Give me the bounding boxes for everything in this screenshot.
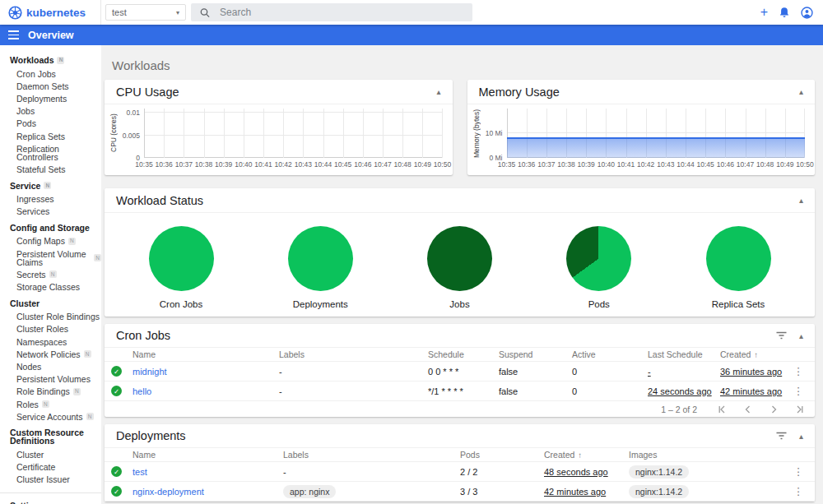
row-menu-button[interactable]: ⋮ xyxy=(788,365,808,377)
resource-link[interactable]: nginx-deployment xyxy=(133,487,204,497)
topbar-actions: + xyxy=(760,6,813,19)
x-axis-tick-label: 10:37 xyxy=(537,160,555,169)
cpu-chart: CPU (cores) 00.0050.01 10:3510:3610:3710… xyxy=(105,104,453,171)
collapse-button[interactable]: ▴ xyxy=(799,331,803,340)
created-value[interactable]: 42 minutes ago xyxy=(544,487,606,497)
sidebar-item-cluster[interactable]: Cluster xyxy=(0,448,101,460)
sidebar-item-daemon-sets[interactable]: Daemon Sets xyxy=(0,80,101,92)
sidebar-item-label: Ingresses xyxy=(16,195,54,203)
resource-link[interactable]: hello xyxy=(133,386,151,396)
sidebar-item-jobs[interactable]: Jobs xyxy=(0,105,101,118)
column-header-name[interactable]: Name xyxy=(133,349,279,359)
collapse-button[interactable]: ▴ xyxy=(799,432,803,441)
x-axis-tick-label: 10:47 xyxy=(737,160,754,169)
created-value[interactable]: 48 seconds ago xyxy=(544,467,608,477)
deployments-card: Deployments ▴ NameLabelsPodsCreated↑Imag… xyxy=(105,424,815,502)
menu-button[interactable] xyxy=(8,30,19,39)
cpu-plot-area xyxy=(144,109,443,158)
sidebar-section-cluster[interactable]: Cluster xyxy=(0,296,101,311)
sidebar-item-certificate[interactable]: Certificate xyxy=(0,461,101,474)
namespaced-badge-icon: N xyxy=(68,238,76,245)
sidebar-item-replica-sets[interactable]: Replica Sets xyxy=(0,130,101,142)
sidebar-item-role-bindings[interactable]: Role BindingsN xyxy=(0,386,101,398)
search-input[interactable] xyxy=(220,7,463,18)
sidebar-item-cluster-role-bindings[interactable]: Cluster Role Bindings xyxy=(0,311,101,323)
sidebar-section-service[interactable]: ServiceN xyxy=(0,178,101,193)
sidebar-item-secrets[interactable]: SecretsN xyxy=(0,268,101,280)
column-header-images[interactable]: Images xyxy=(629,450,788,460)
y-axis-tick-label: 10 Mi xyxy=(486,129,503,137)
sidebar-item-roles[interactable]: RolesN xyxy=(0,398,101,410)
layout: WorkloadsNCron JobsDaemon SetsDeployment… xyxy=(0,45,823,504)
navbar: Overview xyxy=(0,25,823,45)
chevron-right-button[interactable] xyxy=(770,405,779,414)
search-icon xyxy=(200,7,210,18)
collapse-button[interactable]: ▴ xyxy=(799,196,803,205)
pagination-controls xyxy=(717,405,805,414)
sidebar-item-deployments[interactable]: Deployments xyxy=(0,92,101,104)
collapse-button[interactable]: ▴ xyxy=(799,87,803,96)
column-header-labels[interactable]: Labels xyxy=(283,450,460,460)
sidebar-item-service-accounts[interactable]: Service AccountsN xyxy=(0,410,101,423)
sidebar-item-nodes[interactable]: Nodes xyxy=(0,360,101,372)
kubernetes-logo[interactable]: kubernetes xyxy=(0,0,101,25)
sidebar-section-custom-resource-definitions[interactable]: Custom Resource Definitions xyxy=(0,425,101,448)
column-header-labels[interactable]: Labels xyxy=(279,349,428,359)
column-header-created[interactable]: Created↑ xyxy=(720,349,788,359)
filter-button[interactable] xyxy=(775,431,788,441)
notifications-button[interactable] xyxy=(779,7,790,19)
column-header-pods[interactable]: Pods xyxy=(460,450,544,460)
row-menu-button[interactable]: ⋮ xyxy=(788,385,808,397)
collapse-button[interactable]: ▴ xyxy=(436,87,440,96)
sidebar-item-settings[interactable]: Settings xyxy=(0,497,101,504)
first-page-button[interactable] xyxy=(717,405,726,414)
account-button[interactable] xyxy=(801,7,813,19)
sidebar-section-workloads[interactable]: WorkloadsN xyxy=(0,53,101,67)
created-value[interactable]: 36 minutes ago xyxy=(720,367,782,377)
sidebar-item-network-policies[interactable]: Network PoliciesN xyxy=(0,348,101,360)
create-button[interactable]: + xyxy=(760,6,768,19)
row-menu-button[interactable]: ⋮ xyxy=(788,465,808,478)
last-schedule-value[interactable]: - xyxy=(648,367,651,377)
v-gridline xyxy=(224,109,225,158)
sidebar-item-label: Roles xyxy=(16,400,39,409)
last-schedule-value[interactable]: 24 seconds ago xyxy=(648,386,712,396)
column-header-last-schedule[interactable]: Last Schedule xyxy=(648,349,720,359)
sidebar-item-services[interactable]: Services xyxy=(0,206,101,218)
pie-chart xyxy=(566,226,631,291)
sidebar-item-cluster-issuer[interactable]: Cluster Issuer xyxy=(0,474,101,486)
sidebar-item-storage-classes[interactable]: Storage Classes xyxy=(0,280,101,293)
sidebar-item-cron-jobs[interactable]: Cron Jobs xyxy=(0,67,101,80)
search-bar[interactable] xyxy=(191,3,472,21)
sidebar-item-namespaces[interactable]: Namespaces xyxy=(0,335,101,348)
column-header-created[interactable]: Created↑ xyxy=(544,450,629,460)
resource-link[interactable]: test xyxy=(133,467,147,477)
x-axis-tick-label: 10:40 xyxy=(597,160,615,169)
sidebar-item-pods[interactable]: Pods xyxy=(0,118,101,130)
sidebar-section-config-and-storage[interactable]: Config and Storage xyxy=(0,220,101,235)
resource-link[interactable]: midnight xyxy=(133,367,167,377)
sidebar-item-ingresses[interactable]: Ingresses xyxy=(0,193,101,206)
sidebar-item-label: Network Policies xyxy=(16,350,81,358)
filter-button[interactable] xyxy=(775,331,788,340)
name-cell: test xyxy=(133,467,283,477)
last-page-button[interactable] xyxy=(796,405,805,414)
created-value[interactable]: 42 minutes ago xyxy=(720,386,782,396)
row-menu-button[interactable]: ⋮ xyxy=(788,485,808,497)
column-header-active[interactable]: Active xyxy=(572,349,648,359)
sidebar-item-cluster-roles[interactable]: Cluster Roles xyxy=(0,323,101,335)
status-ok-icon: ✓ xyxy=(111,366,122,377)
column-header-name[interactable]: Name xyxy=(133,450,283,460)
name-cell: hello xyxy=(133,386,279,396)
sidebar-item-replication-controllers[interactable]: Replication Controllers xyxy=(0,142,101,163)
column-header-suspend[interactable]: Suspend xyxy=(499,349,572,359)
chevron-left-button[interactable] xyxy=(743,405,752,414)
x-axis-tick-label: 10:49 xyxy=(414,160,431,169)
sidebar-item-persistent-volume-claims[interactable]: Persistent Volume ClaimsN xyxy=(0,247,101,268)
column-header-schedule[interactable]: Schedule xyxy=(428,349,499,359)
sidebar-item-config-maps[interactable]: Config MapsN xyxy=(0,235,101,247)
namespace-selector[interactable]: test ▾ xyxy=(105,4,186,21)
x-axis-tick-label: 10:38 xyxy=(557,160,574,169)
sidebar-item-stateful-sets[interactable]: Stateful Sets xyxy=(0,163,101,175)
sidebar-item-persistent-volumes[interactable]: Persistent Volumes xyxy=(0,373,101,386)
